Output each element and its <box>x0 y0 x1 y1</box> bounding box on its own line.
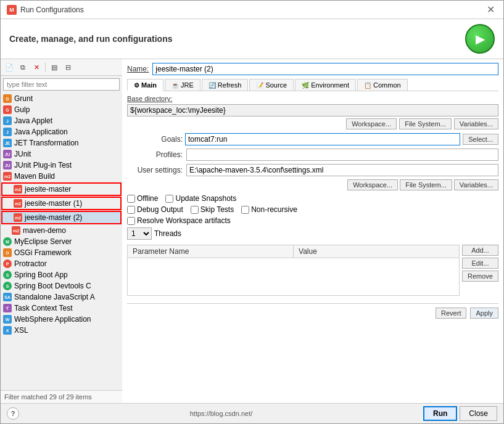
tree-item-label: JUnit <box>14 150 31 158</box>
tree-item-protractor[interactable]: P Protractor <box>1 258 122 269</box>
tree-item-label: JET Transformation <box>14 139 78 147</box>
run-action-button[interactable]: Run <box>423 406 457 421</box>
edit-button[interactable]: Edit... <box>462 258 498 269</box>
new-config-button[interactable]: 📄 <box>3 61 15 73</box>
tree-item-java-application[interactable]: J Java Application <box>1 126 122 137</box>
protractor-icon: P <box>3 259 12 268</box>
jre-tab-label: JRE <box>181 81 194 89</box>
skip-tests-input[interactable] <box>191 206 199 214</box>
filter-button[interactable]: ▤ <box>48 61 60 73</box>
threads-select[interactable]: 1 2 4 <box>127 227 152 240</box>
debug-output-input[interactable] <box>127 206 135 214</box>
tree-item-label: OSGi Framework <box>14 248 72 257</box>
offline-checkbox-input[interactable] <box>127 195 135 203</box>
tree-item-gulp[interactable]: G Gulp <box>1 104 122 115</box>
java-icon: JE <box>3 139 12 147</box>
base-directory-input[interactable] <box>127 104 498 116</box>
run-configurations-window: M Run Configurations ✕ Create, manage, a… <box>0 0 504 424</box>
tree-item-osgi-framework[interactable]: O OSGi Framework <box>1 247 122 258</box>
select-btn[interactable]: Select... <box>463 134 498 145</box>
tree-item-maven-demo[interactable]: m2 maven-demo <box>1 225 122 236</box>
variables-btn-1[interactable]: Variables... <box>454 118 498 129</box>
environment-tab-icon: 🌿 <box>302 82 309 89</box>
non-recursive-checkbox[interactable]: Non-recursive <box>241 205 297 214</box>
search-input[interactable] <box>4 79 119 90</box>
filesystem-btn-1[interactable]: File System... <box>399 118 452 129</box>
goals-input[interactable] <box>185 133 460 145</box>
collapse-button[interactable]: ⊟ <box>62 61 74 73</box>
tree-item-jet-transformation[interactable]: JE JET Transformation <box>1 137 122 149</box>
tree-item-spring-boot-app[interactable]: S Spring Boot App <box>1 269 122 280</box>
delete-button[interactable]: ✕ <box>30 61 43 73</box>
tree-item-junit[interactable]: JU JUnit <box>1 149 122 160</box>
tree-item-java-applet[interactable]: J Java Applet <box>1 115 122 126</box>
tab-environment[interactable]: 🌿Environment <box>295 79 356 91</box>
table-area: Parameter Name Value Add... Edit... Remo… <box>127 245 498 300</box>
java-icon: W <box>3 315 12 324</box>
debug-output-checkbox[interactable]: Debug Output <box>127 205 183 214</box>
workspace-btn-2[interactable]: Workspace... <box>347 179 398 190</box>
window-close-button[interactable]: ✕ <box>484 4 497 16</box>
checkboxes-row-2: Debug Output Skip Tests Non-recursive <box>127 205 498 214</box>
tab-refresh[interactable]: 🔄Refresh <box>202 79 249 91</box>
window-title: Run Configurations <box>20 6 84 14</box>
offline-checkbox[interactable]: Offline <box>127 194 158 203</box>
user-settings-input[interactable] <box>186 164 498 176</box>
tab-main[interactable]: ⚙Main <box>127 79 163 91</box>
non-recursive-input[interactable] <box>241 206 249 214</box>
filesystem-btn-2[interactable]: File System... <box>400 179 452 190</box>
tree-item-maven-build[interactable]: m2 Maven Build <box>1 171 122 182</box>
user-settings-label: User settings: <box>127 166 183 174</box>
apply-button[interactable]: Apply <box>470 308 498 319</box>
tab-jre[interactable]: ☕JRE <box>165 79 200 91</box>
java-icon: SA <box>3 293 12 301</box>
tree-area: G Grunt G Gulp J Java Applet J Java Appl… <box>1 93 122 390</box>
variables-btn-2[interactable]: Variables... <box>454 179 498 190</box>
help-button[interactable]: ? <box>7 407 19 420</box>
tree-item-xsl[interactable]: X XSL <box>1 325 122 336</box>
checkboxes-row-3: Resolve Workspace artifacts <box>127 216 498 225</box>
tree-item-standalone-js[interactable]: SA Standalone JavaScript A <box>1 292 122 303</box>
table-actions: Add... Edit... Remove <box>462 245 498 300</box>
ju-icon: T <box>3 304 12 312</box>
add-button[interactable]: Add... <box>462 245 498 256</box>
update-snapshots-input[interactable] <box>165 195 173 203</box>
tree-item-label: JUnit Plug-in Test <box>14 161 72 169</box>
left-panel-footer: Filter matched 29 of 29 items <box>1 390 122 403</box>
tree-item-jeesite-master[interactable]: m2 jeesite-master <box>1 182 122 196</box>
profiles-label: Profiles: <box>127 150 183 159</box>
tree-item-myeclipse-server[interactable]: M MyEclipse Server <box>1 236 122 247</box>
tab-source[interactable]: 📝Source <box>249 79 294 91</box>
resolve-workspace-checkbox[interactable]: Resolve Workspace artifacts <box>127 216 231 225</box>
remove-button[interactable]: Remove <box>462 271 498 282</box>
tree-item-junit-plugin[interactable]: JU JUnit Plug-in Test <box>1 160 122 171</box>
tree-item-jeesite-master-2[interactable]: m2 jeesite-master (2) <box>1 211 122 224</box>
footer-actions: Run Close <box>423 406 497 421</box>
revert-button[interactable]: Revert <box>436 308 466 319</box>
tree-item-grunt[interactable]: G Grunt <box>1 93 122 104</box>
workspace-btn-1[interactable]: Workspace... <box>346 118 397 129</box>
refresh-tab-icon: 🔄 <box>209 82 216 89</box>
tab-common[interactable]: 📋Common <box>357 79 408 91</box>
col-param-name: Parameter Name <box>128 245 294 258</box>
tree-item-websphere[interactable]: W WebSphere Application <box>1 314 122 325</box>
main-tab-icon: ⚙ <box>134 82 139 89</box>
name-input[interactable] <box>152 63 498 75</box>
header-section: Create, manage, and run configurations ▶ <box>1 19 503 59</box>
left-panel: 📄 ⧉ ✕ ▤ ⊟ G Grunt G Gulp J Java Applet <box>1 59 122 403</box>
close-button[interactable]: Close <box>460 406 497 421</box>
profiles-input[interactable] <box>186 149 498 161</box>
skip-tests-checkbox[interactable]: Skip Tests <box>191 205 234 214</box>
spring-icon: S <box>3 282 12 290</box>
tree-item-task-context[interactable]: T Task Context Test <box>1 303 122 314</box>
source-tab-label: Source <box>265 81 287 89</box>
common-tab-icon: 📋 <box>364 82 371 89</box>
update-snapshots-checkbox[interactable]: Update Snapshots <box>165 194 236 203</box>
tree-item-spring-boot-devtools[interactable]: S Spring Boot Devtools C <box>1 280 122 292</box>
tree-item-label: XSL <box>14 326 28 335</box>
tree-item-jeesite-master-1[interactable]: m2 jeesite-master (1) <box>1 197 122 210</box>
tree-item-label: Maven Build <box>14 172 55 181</box>
run-button[interactable]: ▶ <box>465 24 495 54</box>
resolve-workspace-input[interactable] <box>127 217 135 225</box>
duplicate-button[interactable]: ⧉ <box>17 61 29 73</box>
